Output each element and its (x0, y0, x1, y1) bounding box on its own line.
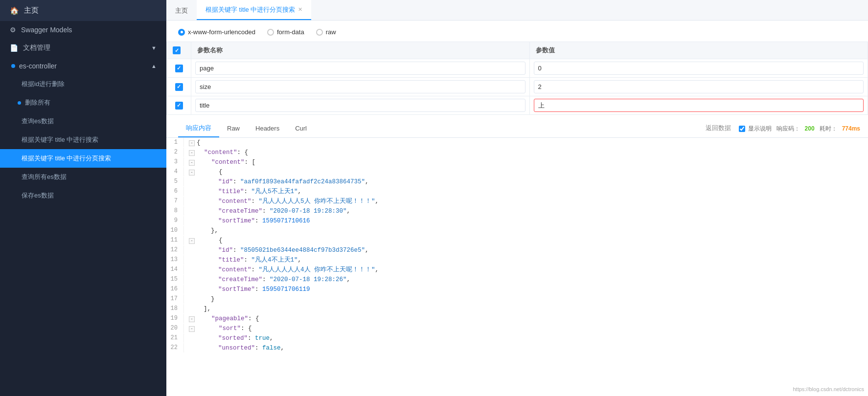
radio-urlencoded[interactable]: x-www-form-urlencoded (178, 28, 255, 36)
sidebar-item-label: 删除所有 (25, 98, 50, 107)
home-icon: 🏠 (10, 6, 19, 15)
resp-tab-content[interactable]: 响应内容 (178, 120, 219, 137)
line-number: 1 (166, 138, 184, 147)
radio-formdata[interactable]: form-data (267, 28, 304, 36)
sidebar-items-list: 根据id进行删除删除所有查询es数据根据关键字 title 中进行搜索根据关键字… (0, 75, 166, 205)
sidebar-item-5[interactable]: 查询所有es数据 (0, 168, 166, 186)
code-line: 18 ], (166, 304, 868, 314)
sidebar-item-3[interactable]: 根据关键字 title 中进行搜索 (0, 131, 166, 149)
param-checkbox-2[interactable] (175, 102, 183, 110)
param-name-input-1[interactable] (195, 80, 525, 93)
collapse-button[interactable]: - (189, 238, 195, 244)
sidebar-home[interactable]: 🏠 主页 (0, 0, 166, 21)
code-line: 4- { (166, 167, 868, 177)
tab-page-search[interactable]: 根据关键字 title 中进行分页搜索 ✕ (197, 0, 311, 20)
resp-tab-content-label: 响应内容 (186, 124, 211, 132)
sidebar-item-label: 保存es数据 (22, 192, 54, 199)
code-line: 8 "createTime": "2020-07-18 19:28:30", (166, 206, 868, 216)
code-line: 22 "unsorted": false, (166, 343, 868, 353)
table-row (167, 96, 868, 115)
tab-close-icon[interactable]: ✕ (298, 6, 302, 13)
line-content: "sortTime": 1595071710616 (189, 216, 868, 226)
params-wrapper: 参数名称 参数值 (166, 42, 868, 115)
param-name-input-2[interactable] (195, 99, 525, 112)
line-content: - { (189, 236, 868, 245)
sidebar-item-2[interactable]: 查询es数据 (0, 112, 166, 131)
param-value-input-0[interactable] (534, 62, 864, 75)
collapse-button[interactable]: - (189, 326, 195, 332)
line-content: "sortTime": 1595071706119 (189, 285, 868, 294)
line-number: 12 (166, 245, 184, 255)
sidebar-controller-label: es-controller (19, 62, 57, 70)
line-content: "id": "8505021be6344ee4884cf97b3d3726e5"… (189, 245, 868, 255)
collapse-button[interactable]: - (189, 150, 195, 156)
code-line: 1-{ (166, 138, 868, 148)
code-line: 19- "pageable": { (166, 314, 868, 324)
line-content: } (189, 294, 868, 304)
param-name-cell-1 (191, 78, 530, 96)
controller-arrow-icon: ▲ (151, 63, 157, 69)
param-value-input-2[interactable] (534, 99, 864, 112)
sidebar-swagger[interactable]: ⚙ Swagger Models (0, 21, 166, 39)
line-content: - "content": [ (189, 157, 868, 167)
param-value-input-1[interactable] (534, 80, 864, 93)
code-line: 12 "id": "8505021be6344ee4884cf97b3d3726… (166, 245, 868, 255)
code-line: 7 "content": "凡人人人人人5人 你咋不上天呢！！！", (166, 197, 868, 206)
resp-tab-raw[interactable]: Raw (219, 121, 248, 137)
line-content: - "pageable": { (189, 314, 868, 324)
line-content: -{ (189, 138, 868, 148)
collapse-button[interactable]: - (189, 140, 195, 146)
status-label: 响应码： (777, 125, 800, 133)
resp-tab-curl[interactable]: Curl (287, 121, 315, 137)
resp-tab-headers[interactable]: Headers (248, 121, 287, 137)
line-number: 8 (166, 206, 184, 216)
resp-tab-raw-label: Raw (227, 125, 240, 132)
show-desc-input[interactable] (739, 126, 745, 132)
response-tabs-bar: 响应内容 Raw Headers Curl 返回数据 显示说明 响应码： 200 (166, 120, 868, 138)
code-line: 3- "content": [ (166, 157, 868, 167)
collapse-button[interactable]: - (189, 160, 195, 166)
param-name-input-0[interactable] (195, 62, 525, 75)
encoding-row: x-www-form-urlencoded form-data raw (166, 28, 868, 42)
line-content: ], (189, 304, 868, 314)
radio-raw[interactable]: raw (316, 28, 336, 36)
sidebar-item-4[interactable]: 根据关键字 title 中进行分页搜索 (0, 149, 166, 168)
line-number: 20 (166, 324, 184, 333)
param-checkbox-0[interactable] (175, 65, 183, 72)
doc-icon: 📄 (10, 44, 18, 52)
line-number: 18 (166, 304, 184, 313)
sidebar-item-1[interactable]: 删除所有 (0, 93, 166, 112)
line-number: 7 (166, 197, 184, 206)
line-number: 4 (166, 167, 184, 176)
line-content: "title": "凡人4不上天1", (189, 255, 868, 265)
code-line: 17 } (166, 294, 868, 304)
show-desc-checkbox[interactable]: 显示说明 (739, 125, 772, 133)
radio-raw-circle (316, 29, 323, 36)
sidebar-item-0[interactable]: 根据id进行删除 (0, 75, 166, 93)
param-name-cell-2 (191, 96, 530, 115)
time-value: 774ms (842, 125, 860, 132)
line-content: "createTime": "2020-07-18 19:28:30", (189, 206, 868, 216)
line-content: - { (189, 167, 868, 177)
sidebar-dot-icon (18, 101, 21, 105)
collapse-button[interactable]: - (189, 316, 195, 322)
line-number: 6 (166, 187, 184, 196)
sidebar-doc[interactable]: 📄 文档管理 ▼ (0, 39, 166, 57)
line-number: 11 (166, 236, 184, 245)
param-checkbox-1[interactable] (175, 83, 183, 91)
sidebar-controller[interactable]: es-controller ▲ (0, 57, 166, 75)
sidebar-item-6[interactable]: 保存es数据 (0, 186, 166, 205)
time-label: 耗时： (820, 125, 837, 133)
sidebar: 🏠 主页 ⚙ Swagger Models 📄 文档管理 ▼ es-contro… (0, 0, 166, 396)
radio-formdata-circle (267, 29, 274, 36)
watermark: https://blog.csdn.net/dctronics (793, 386, 864, 392)
line-number: 22 (166, 343, 184, 352)
collapse-button[interactable]: - (189, 170, 195, 176)
tab-bar: 主页 根据关键字 title 中进行分页搜索 ✕ (166, 0, 868, 21)
header-checkbox[interactable] (173, 46, 181, 54)
resp-tab-headers-label: Headers (255, 125, 279, 132)
param-checkbox-cell-0 (167, 59, 191, 78)
line-number: 3 (166, 157, 184, 167)
line-content: "title": "凡人5不上天1", (189, 187, 868, 197)
tab-home[interactable]: 主页 (166, 0, 197, 20)
